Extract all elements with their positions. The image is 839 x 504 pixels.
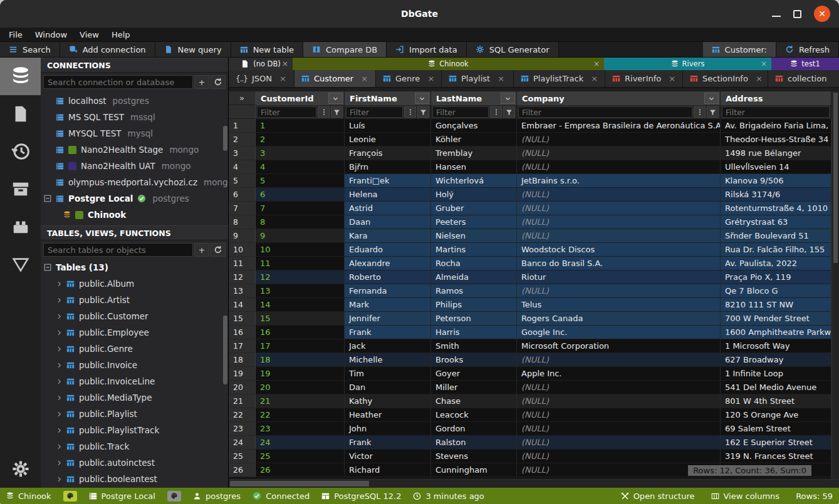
row-number[interactable]: 23 <box>229 422 256 436</box>
cell-firstname[interactable]: Michelle <box>345 353 431 367</box>
chevron-right-icon[interactable] <box>56 476 63 483</box>
row-number[interactable]: 22 <box>229 408 256 422</box>
cell-firstname[interactable]: Frank <box>345 436 431 450</box>
cell-lastname[interactable]: Holý <box>431 188 517 202</box>
maximize-button[interactable] <box>793 10 801 18</box>
cell-address[interactable]: Qe 7 Bloco G <box>721 284 831 298</box>
cell-firstname[interactable]: Jack <box>345 339 431 353</box>
expander-collapse-icon[interactable] <box>44 264 51 271</box>
row-number[interactable]: 1 <box>229 119 256 133</box>
connection-item[interactable]: Chinook <box>41 207 228 223</box>
filter-input-company[interactable] <box>518 106 692 118</box>
cell-customerid[interactable]: 15 <box>256 312 345 326</box>
close-tab-icon[interactable]: × <box>427 74 434 83</box>
cell-company[interactable]: (NULL) <box>517 284 721 298</box>
filter-menu-kebab-icon[interactable] <box>404 106 416 118</box>
row-number[interactable]: 14 <box>229 298 256 312</box>
add-connection-small-button[interactable]: + <box>194 75 209 89</box>
cell-address[interactable]: Rilská 3174/6 <box>721 188 831 202</box>
close-button[interactable]: ✕ <box>814 6 830 22</box>
cell-customerid[interactable]: 16 <box>256 326 345 339</box>
cell-lastname[interactable]: Smith <box>431 339 517 353</box>
connection-item[interactable]: Postgre Localpostgres <box>41 190 228 207</box>
row-number[interactable]: 5 <box>229 174 256 188</box>
cell-customerid[interactable]: 22 <box>256 408 345 422</box>
table-item[interactable]: public.booleantest <box>41 471 228 487</box>
cell-customerid[interactable]: 4 <box>256 160 345 174</box>
cell-lastname[interactable]: Cunningham <box>431 463 517 477</box>
toolbar-button-add-connection[interactable]: Add connection <box>60 42 155 57</box>
cell-customerid[interactable]: 9 <box>256 229 345 243</box>
connection-item[interactable]: olympus-medportal.vychozi.czmongo <box>41 174 228 190</box>
cell-firstname[interactable]: Luís <box>345 119 431 133</box>
column-menu-chevron-down-icon[interactable] <box>501 93 515 104</box>
cell-company[interactable]: (NULL) <box>517 381 721 394</box>
toolbar-button-customer[interactable]: Customer: <box>703 42 776 57</box>
close-tab-icon[interactable]: × <box>669 74 675 83</box>
refresh-tables-button[interactable] <box>211 243 226 257</box>
connections-search-input[interactable] <box>43 75 193 89</box>
cell-company[interactable]: (NULL) <box>517 394 721 408</box>
cell-firstname[interactable]: Fernanda <box>345 284 431 298</box>
table-item[interactable]: public.Album <box>41 275 228 292</box>
cell-firstname[interactable]: Eduardo <box>345 243 431 257</box>
row-number[interactable]: 7 <box>229 202 256 215</box>
cell-address[interactable]: Praça Pio X, 119 <box>721 270 831 284</box>
table-item[interactable]: public.Customer <box>41 308 228 324</box>
cell-company[interactable]: Rogers Canada <box>517 312 721 326</box>
cell-address[interactable]: 162 E Superior Street <box>721 436 831 450</box>
cell-customerid[interactable]: 6 <box>256 188 345 202</box>
refresh-connections-button[interactable] <box>211 75 226 89</box>
filter-funnel-icon[interactable] <box>503 106 515 118</box>
chevron-right-icon[interactable] <box>56 394 63 401</box>
chevron-right-icon[interactable] <box>56 329 63 336</box>
cell-lastname[interactable]: Köhler <box>431 133 517 147</box>
cell-company[interactable]: (NULL) <box>517 215 721 229</box>
cell-firstname[interactable]: Victor <box>345 450 431 463</box>
filter-funnel-icon[interactable] <box>417 106 429 118</box>
chevron-right-icon[interactable] <box>56 411 63 418</box>
cell-lastname[interactable]: Miller <box>431 381 517 394</box>
row-number[interactable]: 6 <box>229 188 256 202</box>
cell-lastname[interactable]: Ramos <box>431 284 517 298</box>
toolbar-button-search[interactable]: Search <box>0 42 60 57</box>
cell-customerid[interactable]: 20 <box>256 381 345 394</box>
database-tab-test1[interactable]: test1 <box>771 58 839 70</box>
cell-firstname[interactable]: Kara <box>345 229 431 243</box>
tab-genre[interactable]: Genre× <box>376 70 442 87</box>
cell-customerid[interactable]: 7 <box>256 202 345 215</box>
connection-item[interactable]: Nano2Health Stagemongo <box>41 141 228 158</box>
cell-lastname[interactable]: Brooks <box>431 353 517 367</box>
toolbar-button-sql-generator[interactable]: SQL Generator <box>467 42 559 57</box>
cell-lastname[interactable]: Ralston <box>431 436 517 450</box>
tab-customer[interactable]: Customer× <box>294 70 376 87</box>
cell-company[interactable]: (NULL) <box>517 436 721 450</box>
cell-company[interactable]: (NULL) <box>517 202 721 215</box>
connection-color-picker[interactable] <box>167 491 181 501</box>
filter-menu-kebab-icon[interactable] <box>318 106 330 118</box>
toolbar-button-new-table[interactable]: New table <box>231 42 303 57</box>
cell-customerid[interactable]: 8 <box>256 215 345 229</box>
cell-firstname[interactable]: Roberto <box>345 270 431 284</box>
cell-address[interactable]: 319 N. Frances Street <box>721 450 831 463</box>
rail-item-archive[interactable] <box>0 170 41 208</box>
column-menu-chevron-down-icon[interactable] <box>415 93 429 104</box>
cell-customerid[interactable]: 25 <box>256 450 345 463</box>
cell-customerid[interactable]: 14 <box>256 298 345 312</box>
row-number[interactable]: 17 <box>229 339 256 353</box>
column-menu-chevron-down-icon[interactable] <box>328 93 343 104</box>
menu-item-help[interactable]: Help <box>105 30 137 39</box>
cell-lastname[interactable]: Stevens <box>431 450 517 463</box>
close-tab-icon[interactable]: × <box>282 59 288 68</box>
cell-lastname[interactable]: Hansen <box>431 160 517 174</box>
cell-address[interactable]: 627 Broadway <box>721 353 831 367</box>
cell-firstname[interactable]: Helena <box>345 188 431 202</box>
row-number[interactable]: 12 <box>229 270 256 284</box>
close-tab-icon[interactable]: × <box>498 74 504 83</box>
filter-input-customerid[interactable] <box>257 106 316 118</box>
cell-address[interactable]: Ullevĺlsveien 14 <box>721 160 831 174</box>
row-number[interactable]: 10 <box>229 243 256 257</box>
cell-firstname[interactable]: Alexandre <box>345 257 431 270</box>
connection-item[interactable]: MYSQL TESTmysql <box>41 125 228 141</box>
cell-company[interactable]: (NULL) <box>517 450 721 463</box>
